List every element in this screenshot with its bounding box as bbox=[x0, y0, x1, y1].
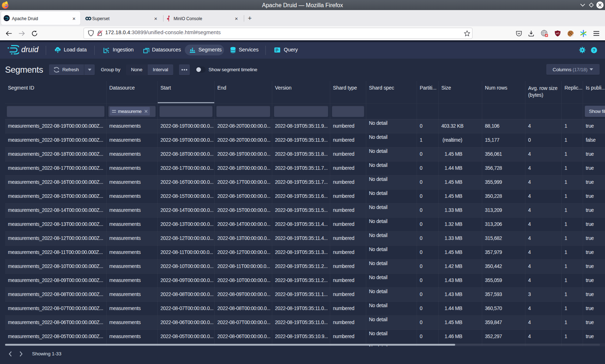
svg-text:?: ? bbox=[593, 48, 595, 53]
svg-text:uO: uO bbox=[556, 32, 560, 35]
